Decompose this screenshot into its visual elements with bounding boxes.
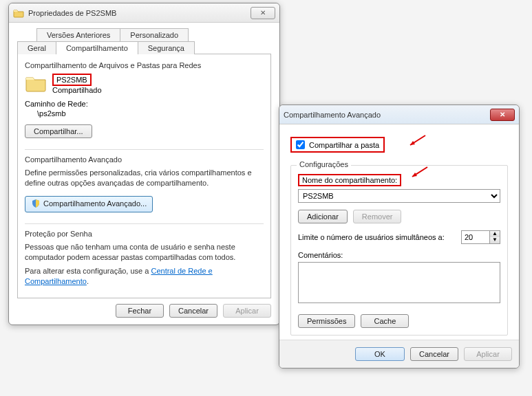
annotation-arrow-icon	[409, 166, 429, 184]
share-folder-checkbox-label[interactable]: Compartilhar a pasta	[296, 140, 379, 149]
limit-spinner[interactable]: ▲▼	[461, 230, 500, 244]
comments-textarea[interactable]	[298, 262, 500, 303]
share-folder-checkbox[interactable]	[296, 140, 305, 149]
apply-button[interactable]: Aplicar	[464, 347, 512, 361]
limit-label: Limite o número de usuários simultâneos …	[298, 233, 454, 241]
divider	[25, 149, 264, 150]
apply-button[interactable]: Aplicar	[223, 304, 271, 318]
annotation-arrow-icon	[407, 134, 427, 153]
share-name-label-highlight: Nome do compartilhamento:	[298, 174, 401, 186]
section-network-sharing: Compartilhamento de Arquivos e Pastas pa…	[25, 61, 264, 138]
titlebar: Compartilhamento Avançado ✕	[279, 105, 519, 124]
section-advanced-sharing: Compartilhamento Avançado Define permiss…	[25, 155, 264, 212]
dialog-button-row: OK Cancelar Aplicar	[279, 340, 519, 368]
advanced-desc: Define permissões personalizadas, cria v…	[25, 168, 264, 189]
permissions-button[interactable]: Permissões	[298, 314, 355, 328]
tab-custom[interactable]: Personalizado	[120, 28, 189, 41]
limit-input[interactable]	[462, 231, 489, 243]
settings-label: Configurações	[297, 160, 351, 168]
tab-body: Compartilhamento de Arquivos e Pastas pa…	[17, 54, 271, 298]
dialog-title: Compartilhamento Avançado	[284, 111, 487, 119]
share-folder-highlight: Compartilhar a pasta	[290, 137, 385, 153]
close-button[interactable]: Fechar	[116, 304, 164, 318]
tab-row-top: Versões Anteriores Personalizado	[36, 28, 271, 41]
section-heading: Compartilhamento Avançado	[25, 155, 264, 164]
folder-large-icon	[25, 74, 47, 93]
share-folder-text: Compartilhar a pasta	[309, 141, 379, 149]
titlebar: Propriedades de PS2SMB ✕	[9, 3, 279, 23]
network-path-label: Caminho de Rede:	[25, 100, 264, 108]
shield-icon	[31, 199, 41, 210]
cancel-button[interactable]: Cancelar	[169, 304, 217, 318]
share-name-highlight: PS2SMB	[52, 74, 92, 86]
tab-sharing[interactable]: Compartilhamento	[56, 41, 138, 54]
share-button[interactable]: Compartilhar...	[25, 124, 92, 138]
share-name-label: Nome do compartilhamento:	[302, 176, 397, 184]
comments-label: Comentários:	[298, 251, 500, 259]
divider	[25, 223, 264, 224]
tab-previous-versions[interactable]: Versões Anteriores	[36, 28, 120, 41]
advanced-sharing-dialog: Compartilhamento Avançado ✕ Compartilhar…	[279, 104, 520, 368]
network-path-value: \ps2smb	[37, 109, 264, 118]
tab-security[interactable]: Segurança	[138, 41, 195, 54]
share-status: Compartilhado	[52, 86, 102, 94]
spin-down[interactable]: ▼	[490, 237, 500, 243]
window-title: Propriedades de PS2SMB	[28, 9, 248, 17]
tab-general[interactable]: Geral	[17, 41, 56, 54]
properties-window: Propriedades de PS2SMB ✕ Versões Anterio…	[8, 3, 280, 325]
section-heading: Proteção por Senha	[25, 230, 264, 238]
password-desc1: Pessoas que não tenham uma conta de usuá…	[25, 242, 264, 263]
dialog-button-row: Fechar Cancelar Aplicar	[17, 304, 271, 318]
share-name: PS2SMB	[56, 76, 87, 84]
close-button[interactable]: ✕	[490, 109, 515, 121]
share-name-combo[interactable]: PS2SMB	[298, 189, 500, 203]
settings-groupbox: Configurações Nome do compartilhamento: …	[290, 165, 508, 336]
remove-button[interactable]: Remover	[353, 210, 402, 223]
password-desc2: Para alterar esta configuração, use a Ce…	[25, 266, 264, 287]
section-password-protection: Proteção por Senha Pessoas que não tenha…	[25, 230, 264, 287]
add-button[interactable]: Adicionar	[298, 210, 348, 223]
cancel-button[interactable]: Cancelar	[410, 347, 458, 361]
section-heading: Compartilhamento de Arquivos e Pastas pa…	[25, 61, 264, 69]
advanced-sharing-button[interactable]: Compartilhamento Avançado...	[25, 196, 153, 212]
ok-button[interactable]: OK	[355, 347, 405, 361]
cache-button[interactable]: Cache	[361, 314, 409, 328]
close-button[interactable]: ✕	[251, 7, 275, 19]
tab-row-bottom: Geral Compartilhamento Segurança	[17, 41, 271, 54]
folder-icon	[13, 8, 24, 19]
